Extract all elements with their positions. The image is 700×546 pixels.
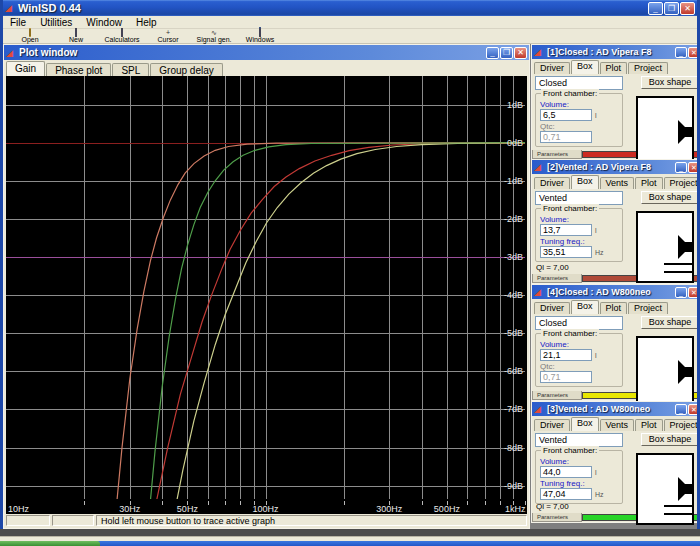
tab-driver[interactable]: Driver <box>534 302 570 314</box>
front-chamber-group: Front chamber:Volume:6,5lQtc:0,71 <box>535 93 623 147</box>
box-shape-button[interactable]: Box shape <box>641 433 697 446</box>
field-input-volume[interactable]: 13,7 <box>540 224 592 236</box>
status-message: Hold left mouse button to trace active g… <box>96 515 527 526</box>
driver-icon <box>676 117 692 147</box>
tab-box[interactable]: Box <box>571 60 599 74</box>
project-window-title-bar: ◢[4]Closed : AD W800neo_✕ <box>532 285 697 299</box>
toolbar-button-signal-gen[interactable]: ∿Signal gen. <box>191 29 237 43</box>
project-minimize-button[interactable]: _ <box>675 47 687 58</box>
box-type-field[interactable]: Closed <box>535 316 623 330</box>
field-row: 47,04Hz <box>540 488 618 500</box>
x-tick-mark <box>240 501 241 505</box>
field-label-tuning-freq: Tuning freq.: <box>540 237 618 246</box>
box-shape-button[interactable]: Box shape <box>641 316 697 329</box>
tab-project[interactable]: Project <box>628 62 668 74</box>
tab-phase-plot[interactable]: Phase plot <box>46 63 111 76</box>
menu-item-window[interactable]: Window <box>79 17 129 28</box>
tab-vents[interactable]: Vents <box>600 419 635 431</box>
close-button[interactable]: ✕ <box>680 2 695 15</box>
tab-spl[interactable]: SPL <box>112 63 149 76</box>
toolbar-label: New <box>69 36 83 43</box>
plot-maximize-button[interactable]: ❐ <box>500 47 513 59</box>
maximize-button[interactable]: ❐ <box>664 2 679 15</box>
project-minimize-button[interactable]: _ <box>675 287 687 298</box>
app-title: WinISD 0.44 <box>18 2 647 14</box>
field-unit: l <box>595 227 597 234</box>
field-row: 6,5l <box>540 109 618 121</box>
tab-vents[interactable]: Vents <box>600 177 635 189</box>
field-input-volume[interactable]: 6,5 <box>540 109 592 121</box>
field-label-qtc: Qtc: <box>540 362 618 371</box>
x-tick-mark <box>467 501 468 505</box>
toolbar-button-cursor[interactable]: +Cursor <box>145 29 191 43</box>
project-tab-bar: DriverBoxPlotProject <box>532 299 697 314</box>
project-close-button[interactable]: ✕ <box>688 287 697 298</box>
field-label-tuning-freq: Tuning freq.: <box>540 479 618 488</box>
tab-group-delay[interactable]: Group delay <box>150 63 222 76</box>
y-tick-label: -4dB <box>489 290 523 300</box>
tab-project[interactable]: Project <box>664 177 697 189</box>
field-input-volume[interactable]: 21,1 <box>540 349 592 361</box>
front-chamber-group: Front chamber:Volume:13,7lTuning freq.:3… <box>535 208 623 262</box>
box-type-row: VentedBox shape <box>535 433 697 447</box>
project-close-button[interactable]: ✕ <box>688 162 697 173</box>
project-close-button[interactable]: ✕ <box>688 404 697 415</box>
field-input-tuning-freq[interactable]: 47,04 <box>540 488 592 500</box>
menu-item-utilities[interactable]: Utilities <box>33 17 79 28</box>
box-type-row: ClosedBox shape <box>535 76 697 90</box>
project-window-title: [1]Closed : AD Vipera F8 <box>547 47 674 57</box>
tab-gain[interactable]: Gain <box>6 61 45 76</box>
minimize-button[interactable]: _ <box>648 2 663 15</box>
box-shape-button[interactable]: Box shape <box>641 191 697 204</box>
tab-project[interactable]: Project <box>664 419 697 431</box>
menu-item-file[interactable]: File <box>3 17 33 28</box>
project-window-1: ◢[1]Closed : AD Vipera F8_✕DriverBoxPlot… <box>531 44 697 159</box>
toolbar-button-windows[interactable]: Windows <box>237 29 283 43</box>
tab-driver[interactable]: Driver <box>534 62 570 74</box>
field-input-tuning-freq[interactable]: 35,51 <box>540 246 592 258</box>
x-tick-label: 10Hz <box>8 504 29 514</box>
ql-value: Ql = 7,00 <box>536 502 569 511</box>
ql-value: Ql = 7,00 <box>536 263 569 272</box>
tab-plot[interactable]: Plot <box>600 302 628 314</box>
start-button[interactable] <box>0 541 100 546</box>
tab-plot[interactable]: Plot <box>635 419 663 431</box>
vent-port-line <box>664 263 692 265</box>
mdi-area: ◢ Plot window _ ❐ ✕ GainPhase plotSPLGro… <box>3 44 697 529</box>
x-tick-mark <box>84 501 85 505</box>
parameters-tab[interactable]: Parameters <box>532 150 582 159</box>
project-minimize-button[interactable]: _ <box>675 162 687 173</box>
x-tick-mark <box>225 501 226 505</box>
field-input-volume[interactable]: 44,0 <box>540 466 592 478</box>
tab-driver[interactable]: Driver <box>534 177 570 189</box>
menu-item-help[interactable]: Help <box>129 17 164 28</box>
project-window-icon: ◢ <box>534 404 544 414</box>
project-minimize-button[interactable]: _ <box>675 404 687 415</box>
toolbar-button-new[interactable]: New <box>53 29 99 43</box>
tab-plot[interactable]: Plot <box>635 177 663 189</box>
parameters-tab[interactable]: Parameters <box>532 513 582 522</box>
tab-project[interactable]: Project <box>628 302 668 314</box>
y-tick-label: 1dB <box>489 100 523 110</box>
box-type-field[interactable]: Closed <box>535 76 623 90</box>
tab-box[interactable]: Box <box>571 300 599 314</box>
group-label: Front chamber: <box>541 446 599 455</box>
plot-minimize-button[interactable]: _ <box>486 47 499 59</box>
tab-plot[interactable]: Plot <box>600 62 628 74</box>
parameters-tab[interactable]: Parameters <box>532 274 582 283</box>
plot-canvas[interactable]: 1dB0dB-1dB-2dB-3dB-4dB-5dB-6dB-7dB-8dB-9… <box>4 76 529 501</box>
toolbar-button-calculators[interactable]: Calculators <box>99 29 145 43</box>
box-shape-button[interactable]: Box shape <box>641 76 697 89</box>
tab-driver[interactable]: Driver <box>534 419 570 431</box>
project-close-button[interactable]: ✕ <box>688 47 697 58</box>
box-type-field[interactable]: Vented <box>535 433 623 447</box>
project-window-icon: ◢ <box>534 47 544 57</box>
group-label: Front chamber: <box>541 204 599 213</box>
field-label-volume: Volume: <box>540 100 618 109</box>
parameters-tab[interactable]: Parameters <box>532 391 582 400</box>
box-type-field[interactable]: Vented <box>535 191 623 205</box>
toolbar-button-open[interactable]: Open <box>7 29 53 43</box>
tab-box[interactable]: Box <box>571 417 599 431</box>
tab-box[interactable]: Box <box>571 175 599 189</box>
plot-close-button[interactable]: ✕ <box>514 47 527 59</box>
